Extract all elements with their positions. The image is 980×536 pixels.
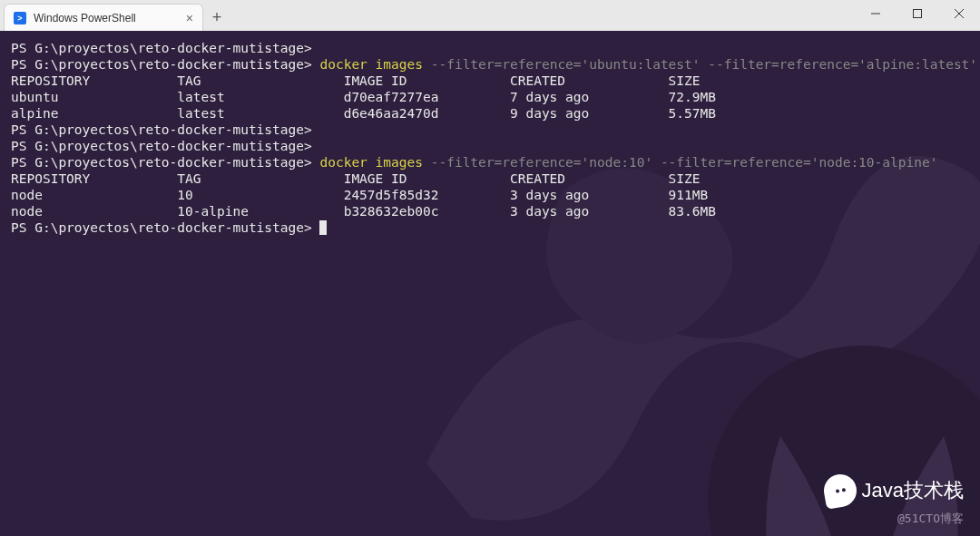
tab-title: Windows PowerShell bbox=[34, 12, 136, 24]
wechat-watermark: Java技术栈 bbox=[824, 474, 964, 507]
close-icon[interactable]: × bbox=[186, 11, 193, 25]
terminal-line: node 10 2457d5f85d32 3 days ago 911MB bbox=[11, 187, 969, 203]
titlebar: > Windows PowerShell × + bbox=[0, 0, 980, 31]
terminal-line: node 10-alpine b328632eb00c 3 days ago 8… bbox=[11, 203, 969, 219]
terminal-body[interactable]: PS G:\proyectos\reto-docker-mutistage> P… bbox=[0, 31, 980, 536]
chat-bubble-icon bbox=[821, 472, 859, 510]
watermark-label: Java技术栈 bbox=[862, 482, 964, 499]
svg-rect-1 bbox=[914, 10, 922, 18]
close-button[interactable] bbox=[938, 0, 980, 27]
terminal-line: PS G:\proyectos\reto-docker-mutistage> d… bbox=[11, 154, 969, 171]
terminal-line: alpine latest d6e46aa2470d 9 days ago 5.… bbox=[11, 105, 969, 122]
cursor bbox=[319, 220, 327, 235]
new-tab-button[interactable]: + bbox=[203, 4, 230, 31]
minimize-button[interactable] bbox=[855, 0, 897, 27]
terminal-line: ubuntu latest d70eaf7277ea 7 days ago 72… bbox=[11, 89, 969, 105]
terminal-line: REPOSITORY TAG IMAGE ID CREATED SIZE bbox=[11, 171, 969, 187]
maximize-button[interactable] bbox=[897, 0, 938, 27]
svg-point-4 bbox=[708, 346, 980, 536]
powershell-icon: > bbox=[14, 12, 26, 24]
tab-powershell[interactable]: > Windows PowerShell × bbox=[4, 4, 203, 31]
app-window: > Windows PowerShell × + PS G: bbox=[0, 0, 980, 536]
terminal-line: PS G:\proyectos\reto-docker-mutistage> d… bbox=[11, 56, 969, 73]
terminal-line: REPOSITORY TAG IMAGE ID CREATED SIZE bbox=[11, 73, 969, 89]
window-controls bbox=[855, 0, 980, 27]
attribution-text: @51CTO博客 bbox=[897, 511, 964, 527]
terminal-line: PS G:\proyectos\reto-docker-mutistage> bbox=[11, 219, 969, 236]
tabs-container: > Windows PowerShell × + bbox=[0, 0, 230, 31]
terminal-line: PS G:\proyectos\reto-docker-mutistage> bbox=[11, 138, 969, 154]
terminal-line: PS G:\proyectos\reto-docker-mutistage> bbox=[11, 40, 969, 56]
terminal-lines: PS G:\proyectos\reto-docker-mutistage> P… bbox=[11, 40, 969, 236]
terminal-line: PS G:\proyectos\reto-docker-mutistage> bbox=[11, 122, 969, 138]
